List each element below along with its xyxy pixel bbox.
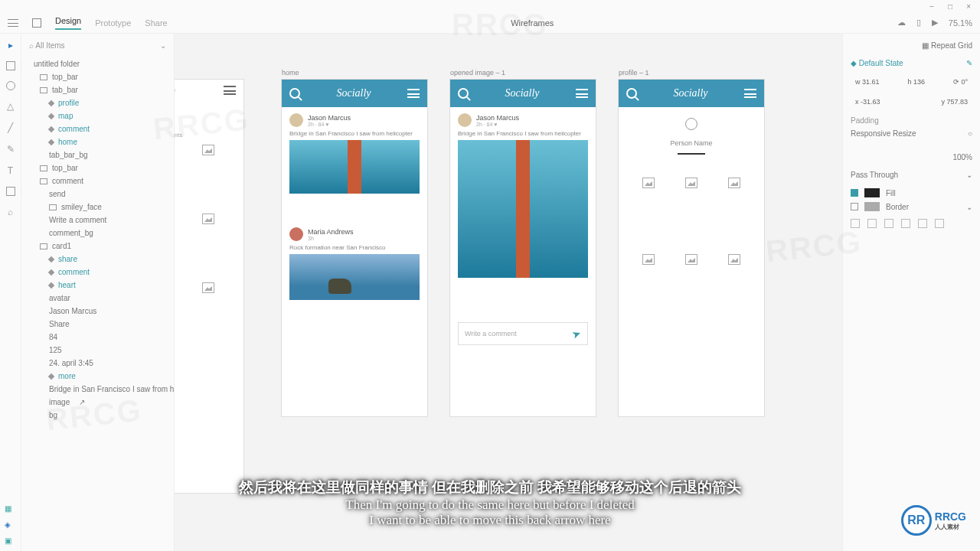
layer-row[interactable]: tab_bar_bg [24,148,171,161]
blend-mode[interactable]: Pass Through [851,171,898,179]
layer-row[interactable]: comment [24,174,171,187]
layer-row[interactable]: profile [24,96,171,109]
post-image [289,254,420,300]
layer-row[interactable]: Share [24,318,171,331]
post-caption: Rock formation near San Francisco [289,244,420,251]
fill-label: Fill [886,189,896,197]
window-titlebar: − □ × [0,0,980,12]
artboard-tool-icon[interactable] [6,187,15,196]
layer-row[interactable]: heart [24,279,171,292]
device-icon[interactable]: ▯ [916,18,921,28]
image-placeholder-icon [642,254,655,265]
layer-search[interactable]: ⌕ All Items⌄ [24,38,171,57]
layer-row[interactable]: bg [24,409,171,422]
play-icon[interactable]: ▶ [932,18,938,28]
border-swatch[interactable] [864,202,880,211]
artboard-label: home [282,69,299,77]
layer-row[interactable]: Write a comment [24,214,171,227]
properties-panel: ▦ Repeat Grid ◆ Default State✎ w 31.61 h… [842,34,980,551]
artboard-logo[interactable]: OGO contents [175,80,243,493]
layer-row[interactable]: more [24,370,171,383]
ellipse-tool-icon[interactable] [6,81,15,90]
layer-row[interactable]: smiley_face [24,201,171,214]
layer-row[interactable]: comment [24,266,171,279]
layer-row[interactable]: 125 [24,344,171,357]
layer-row[interactable]: 24. april 3:45 [24,357,171,370]
layer-row[interactable]: top_bar [24,161,171,174]
layer-row[interactable]: comment [24,122,171,135]
search-icon [458,88,469,99]
fill-swatch[interactable] [864,188,880,197]
window-close[interactable]: × [966,2,971,11]
line-tool-icon[interactable]: ╱ [8,122,13,133]
default-state[interactable]: ◆ Default State [851,59,903,67]
zoom-tool-icon[interactable]: ⌕ [8,207,13,217]
layer-row[interactable]: Jason Marcus [24,305,171,318]
layers-panel: ⌕ All Items⌄ untitled folder top_bar tab… [21,34,175,551]
layer-row[interactable]: 84 [24,331,171,344]
send-icon: ➤ [570,326,583,341]
layer-row[interactable]: image ↗ [24,396,171,409]
border-checkbox[interactable] [851,203,858,210]
fill-checkbox[interactable] [851,189,858,197]
cloud-icon[interactable]: ☁ [897,18,906,28]
avatar [289,113,303,127]
avatar [289,227,303,241]
image-placeholder-icon [202,214,214,224]
layer-row[interactable]: avatar [24,292,171,305]
window-min[interactable]: − [929,2,934,11]
artboard-opened-image[interactable]: opened image – 1 Socially Jason Marcus2h… [450,80,596,416]
y-field[interactable]: y 757.83 [936,96,972,107]
tab-share[interactable]: Share [145,18,167,28]
document-title: Wireframes [168,18,897,28]
padding-section: Padding [851,116,972,125]
layer-row[interactable]: top_bar [24,70,171,83]
brand-logo: RR RRCG人人素材 [901,505,966,536]
home-icon[interactable] [32,18,41,28]
post-card: Maria Andrews3h Rock formation near San … [282,221,427,306]
layer-row[interactable]: send [24,187,171,201]
video-subtitle: 然后我将在这里做同样的事情 但在我删除之前 我希望能够移动这个后退的箭头 The… [239,478,742,528]
menu-icon[interactable] [8,19,18,27]
responsive-toggle[interactable]: ○ [968,129,972,138]
pen-tool-icon[interactable]: ✎ [7,144,15,155]
x-field[interactable]: x -31.63 [851,96,885,107]
select-tool-icon[interactable]: ▸ [8,40,13,51]
layer-row[interactable]: card1 [24,240,171,253]
comment-input: Write a comment ➤ [458,322,588,345]
zoom-level[interactable]: 75.1% [949,18,972,28]
app-title: Socially [336,87,371,99]
artboard-label: profile – 1 [619,69,649,77]
search-icon [626,88,637,99]
artboard-profile[interactable]: profile – 1 Socially Person Name [619,80,764,416]
tab-prototype[interactable]: Prototype [95,18,131,28]
app-header: Socially [619,80,764,107]
window-max[interactable]: □ [948,2,952,11]
layer-row[interactable]: comment_bg [24,227,171,240]
repeat-grid-button[interactable]: ▦ Repeat Grid [922,41,972,50]
rectangle-tool-icon[interactable] [6,61,15,70]
polygon-tool-icon[interactable]: △ [7,101,14,112]
layer-row[interactable]: tab_bar [24,83,171,96]
app-title: Socially [505,87,539,99]
user-icon [685,118,697,130]
post-image [289,140,420,194]
align-tools[interactable] [851,219,972,228]
opacity-field[interactable]: 100% [952,153,972,161]
rotation-field[interactable]: ⟳ 0° [949,77,972,87]
logo-text: OGO [175,86,175,94]
tool-column: ▸ △ ╱ ✎ T ⌕ [0,34,21,551]
width-field[interactable]: w 31.61 [851,77,884,87]
tab-design[interactable]: Design [55,16,81,30]
post-caption: Bridge in San Francisco I saw from helic… [458,130,588,137]
artboard-home[interactable]: home Socially Jason Marcus2h · 84 ♥ Brid… [282,80,427,416]
design-canvas[interactable]: ↖ OGO contents home Socially Jaso [175,34,842,551]
layer-row[interactable]: map [24,109,171,122]
layer-row[interactable]: Bridge in San Francisco I saw from helic… [24,383,171,396]
layer-row[interactable]: home [24,135,171,148]
layer-row[interactable]: share [24,253,171,266]
text-tool-icon[interactable]: T [8,165,13,176]
app-header: Socially [450,80,596,107]
layer-row[interactable]: untitled folder [24,57,171,70]
height-field[interactable]: h 136 [903,77,929,87]
